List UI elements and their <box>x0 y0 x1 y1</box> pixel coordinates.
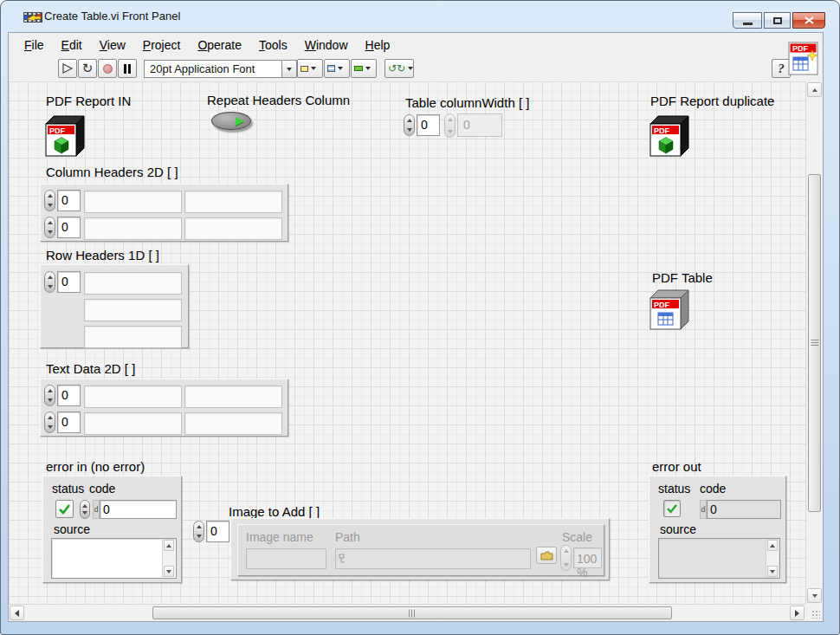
chevron-down-icon <box>365 67 371 70</box>
horizontal-scroll-thumb[interactable] <box>152 606 672 619</box>
scroll-right-button[interactable] <box>790 606 804 620</box>
index-value[interactable]: 0 <box>57 385 81 406</box>
maximize-button[interactable] <box>764 12 791 29</box>
string-cell[interactable] <box>184 217 282 240</box>
arrow-down-icon <box>812 594 817 598</box>
scroll-left-button[interactable] <box>10 606 24 620</box>
scroll-up-button[interactable] <box>767 540 778 551</box>
distribute-objects-button[interactable] <box>324 59 350 78</box>
text-data-col-index[interactable]: 0 <box>44 411 81 433</box>
pdf-banner: PDF <box>654 301 670 309</box>
code-spinner[interactable] <box>80 500 92 519</box>
increment-decrement-icon[interactable] <box>44 411 55 433</box>
menu-file[interactable]: File <box>16 35 53 55</box>
string-cell[interactable] <box>184 412 282 435</box>
scroll-down-button[interactable] <box>807 588 822 603</box>
status-checkbox[interactable] <box>55 500 74 518</box>
abort-icon <box>103 64 113 74</box>
thumb-grip-icon <box>409 609 416 617</box>
font-selector[interactable]: 20pt Application Font <box>144 60 297 78</box>
minimize-button[interactable] <box>733 12 762 29</box>
pdf-report-in-control[interactable]: PDF <box>44 115 86 157</box>
chevron-down-icon <box>311 67 316 70</box>
code-field[interactable]: 0 <box>100 500 177 519</box>
scrollbar-corner <box>805 604 823 621</box>
menu-help[interactable]: Help <box>357 35 399 55</box>
index-value[interactable]: 0 <box>57 190 81 211</box>
radix-indicator[interactable]: d <box>93 500 100 519</box>
source-field <box>658 538 780 579</box>
resize-objects-button[interactable] <box>351 59 377 78</box>
image-to-add-label: Image to Add [ ] <box>229 504 320 519</box>
string-cell[interactable] <box>84 272 182 295</box>
menu-edit[interactable]: Edit <box>53 35 91 55</box>
repeat-headers-column-button[interactable] <box>211 112 251 130</box>
increment-decrement-icon[interactable] <box>80 500 90 519</box>
close-button[interactable] <box>792 12 825 29</box>
column-headers-col-index[interactable]: 0 <box>44 217 81 238</box>
table-columnwidth-index[interactable]: 0 <box>404 114 440 136</box>
menu-view[interactable]: View <box>91 35 134 55</box>
scroll-down-button[interactable] <box>164 566 174 577</box>
index-value[interactable]: 0 <box>206 521 229 542</box>
font-selector-dropdown[interactable] <box>282 60 297 78</box>
string-cell[interactable] <box>184 191 282 213</box>
radix-indicator: d <box>700 500 707 519</box>
vertical-scroll-thumb[interactable] <box>808 174 821 512</box>
string-cell[interactable] <box>84 386 182 408</box>
maximize-icon <box>773 17 782 24</box>
abort-button[interactable] <box>98 59 117 78</box>
string-cell[interactable] <box>184 386 282 408</box>
image-name-field <box>246 548 326 569</box>
scroll-up-button[interactable] <box>164 540 174 551</box>
increment-decrement-icon[interactable] <box>44 190 55 211</box>
scroll-down-button[interactable] <box>767 566 778 577</box>
increment-decrement-icon[interactable] <box>193 521 204 542</box>
string-cell[interactable] <box>84 299 182 321</box>
pause-button[interactable] <box>118 59 137 78</box>
index-value[interactable]: 0 <box>57 411 81 433</box>
run-arrow-icon <box>61 62 74 75</box>
horizontal-scrollbar[interactable] <box>9 604 805 621</box>
index-value[interactable]: 0 <box>417 114 440 136</box>
column-headers-row-index[interactable]: 0 <box>44 190 81 211</box>
increment-decrement-icon[interactable] <box>44 217 55 238</box>
menu-operate[interactable]: Operate <box>189 35 250 55</box>
source-field[interactable] <box>51 538 177 579</box>
align-objects-button[interactable] <box>297 59 323 78</box>
reorder-button[interactable]: ↺↻ <box>384 59 414 78</box>
string-cell[interactable] <box>84 191 182 213</box>
title-bar[interactable]: Create Table.vi Front Panel <box>1 1 839 32</box>
pdf-table-label: PDF Table <box>652 270 713 285</box>
increment-decrement-icon[interactable] <box>44 271 55 293</box>
code-label: code <box>700 482 726 496</box>
run-button[interactable] <box>58 59 77 78</box>
vi-icon-badge[interactable]: PDF <box>787 38 820 78</box>
scroll-up-button[interactable] <box>807 82 822 97</box>
checkmark-icon <box>666 503 678 514</box>
pdf-banner: PDF <box>654 126 670 135</box>
text-data-row-index[interactable]: 0 <box>44 385 81 406</box>
image-to-add-index[interactable]: 0 <box>193 521 229 542</box>
index-value[interactable]: 0 <box>57 217 81 238</box>
increment-decrement-icon[interactable] <box>44 385 55 406</box>
resize-grip-icon[interactable] <box>811 610 820 619</box>
row-headers-index[interactable]: 0 <box>44 271 81 293</box>
align-objects-icon <box>300 66 308 72</box>
source-scrollbar[interactable] <box>766 540 779 577</box>
arrow-down-icon <box>770 570 775 573</box>
pdf-report-duplicate-indicator[interactable]: PDF <box>649 115 690 157</box>
menu-window[interactable]: Window <box>296 35 357 55</box>
pdf-table-control[interactable]: PDF <box>649 289 691 330</box>
index-value[interactable]: 0 <box>57 271 81 293</box>
menu-tools[interactable]: Tools <box>250 35 296 55</box>
string-cell[interactable] <box>84 412 182 435</box>
increment-decrement-icon[interactable] <box>404 114 415 136</box>
menu-project[interactable]: Project <box>134 35 190 55</box>
string-cell[interactable] <box>84 326 182 348</box>
source-scrollbar[interactable] <box>162 540 175 577</box>
vertical-scrollbar[interactable] <box>805 81 823 604</box>
run-continuously-button[interactable]: ↻ <box>78 59 97 78</box>
string-cell[interactable] <box>84 217 182 240</box>
column-headers-2d-label: Column Headers 2D [ ] <box>46 165 178 179</box>
